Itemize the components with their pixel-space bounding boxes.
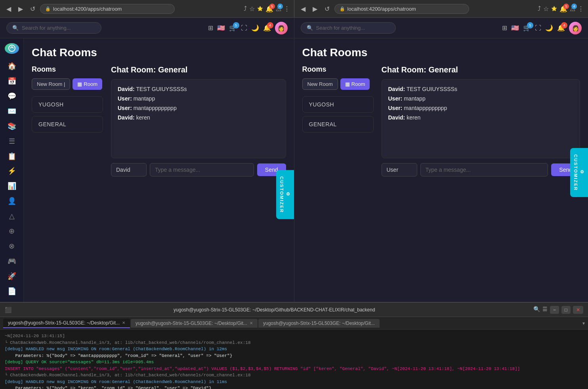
cart-badge-left: 5 [233, 22, 239, 28]
rooms-title-left: Rooms [32, 65, 103, 74]
avatar-right[interactable]: 👩 [569, 22, 582, 34]
alert-badge-1: 4 [277, 4, 283, 9]
url-1: localhost:4200/apps/chatroom [53, 6, 122, 12]
search-bar-left[interactable]: 🔍 Search for anything... [6, 22, 101, 34]
sidebar-item-game-left[interactable]: 🎮 [4, 255, 20, 267]
flag-icon-left[interactable]: 🇺🇸 [217, 24, 225, 32]
sidebar-item-analytics-left[interactable]: 📊 [4, 180, 20, 192]
grid-icon-left[interactable]: ⊞ [208, 24, 213, 32]
share-icon-2[interactable]: ⤴ [538, 5, 541, 12]
sidebar-item-calendar-left[interactable]: 📅 [4, 75, 20, 87]
app-content-right: Chat Rooms Rooms New Room ▦ Room [294, 38, 588, 302]
term-line-6: INSERT INTO "messages" ("content","room_… [5, 366, 583, 372]
sidebar-item-chat-left[interactable]: 💬 [4, 90, 20, 102]
terminal-tabs: yugosh@yugosh-Strix-15-GL503GE: ~/Deskto… [0, 317, 588, 330]
notif-icon-1[interactable]: 🔔5 [265, 5, 273, 13]
msg-2-left: User: mantapp [118, 95, 279, 102]
back-btn-1[interactable]: ◀ [4, 4, 13, 14]
message-input-right[interactable] [420, 163, 548, 176]
customizer-tab-right[interactable]: ⚙ CUSTOMIZER [570, 148, 588, 197]
sidebar-item-user-left[interactable]: 👤 [4, 195, 20, 207]
forward-btn-2[interactable]: ▶ [310, 4, 320, 14]
customizer-tab-left[interactable]: ⚙ CUSTOMIZER [276, 170, 294, 219]
menu-dots-1[interactable]: ⋮ [284, 5, 290, 13]
forward-btn-1[interactable]: ▶ [16, 4, 25, 14]
room-buttons-left: New Room | ▦ Room [32, 78, 103, 90]
share-icon-1[interactable]: ⤴ [244, 5, 247, 12]
address-bar-1[interactable]: 🔒 localhost:4200/apps/chatroom [40, 4, 175, 14]
term-line-1: ~N[2024-11-20 13:41:15] [5, 333, 583, 340]
cart-icon-right[interactable]: 🛒5 [523, 24, 531, 32]
grid-icon-right[interactable]: ⊞ [502, 24, 507, 32]
room-item-general-right[interactable]: GENERAL [302, 116, 374, 133]
reload-btn-1[interactable]: ↺ [28, 4, 38, 14]
sidebar-item-bolt-left[interactable]: ⚡ [4, 165, 20, 177]
svg-point-0 [9, 45, 15, 51]
terminal-search-btn[interactable]: 🔍 [533, 306, 540, 314]
terminal-tab-2[interactable]: yugosh@yugosh-Strix-15-GL503GE: ~/Deskto… [131, 319, 258, 328]
term-line-9: Parameters: %{"body" => "keren", "room_i… [5, 385, 583, 389]
terminal-tab-arrow[interactable]: ▾ [582, 321, 585, 326]
terminal-menu-btn[interactable]: ☰ [542, 306, 548, 314]
room-btn-right[interactable]: ▦ Room [340, 78, 370, 90]
terminal-title: yugosh@yugosh-Strix-15-GL503GE: ~/Deskto… [15, 307, 533, 313]
cart-icon-left[interactable]: 🛒5 [229, 24, 237, 32]
sender-input-right[interactable] [382, 163, 417, 176]
bookmark-icon-1[interactable]: ☆ [249, 5, 255, 13]
room-icon-right: ▦ [345, 81, 350, 87]
room-item-general-left[interactable]: GENERAL [32, 116, 103, 133]
room-icon-left: ▦ [77, 81, 82, 87]
flag-icon-right[interactable]: 🇺🇸 [511, 24, 519, 32]
sidebar-item-mail-left[interactable]: ✉️ [4, 105, 20, 117]
expand-icon-right[interactable]: ⛶ [535, 25, 541, 32]
sidebar-item-x-left[interactable]: ⊗ [4, 240, 20, 252]
messages-right: David: TEST GUIUYSSSSs User: mantapp Use… [382, 79, 580, 158]
avatar-left[interactable]: 👩 [275, 22, 288, 34]
expand-icon-left[interactable]: ⛶ [241, 25, 247, 32]
messages-left: David: TEST GUIUYSSSSs User: mantapp Use… [111, 79, 286, 158]
room-item-yugosh-right[interactable]: YUGOSH [302, 96, 374, 113]
ext-icon-1[interactable]: ⭐ [257, 6, 263, 11]
moon-icon-left[interactable]: 🌙 [251, 24, 259, 32]
sidebar-item-home-left[interactable]: 🏠 [4, 60, 20, 72]
message-input-left[interactable] [150, 163, 254, 176]
reload-btn-2[interactable]: ↺ [322, 4, 332, 14]
search-icon-right: 🔍 [307, 25, 313, 31]
sidebar-item-doc-left[interactable]: 📄 [4, 285, 20, 297]
bell-badge-right: 4 [561, 22, 567, 28]
new-room-btn-left[interactable]: New Room | [32, 78, 70, 90]
notif-badge-1: 5 [269, 4, 275, 9]
sidebar-item-triangle-left[interactable]: △ [4, 210, 20, 222]
terminal-tab-1[interactable]: yugosh@yugosh-Strix-15-GL503GE: ~/Deskto… [3, 319, 130, 328]
bookmark-icon-2[interactable]: ☆ [543, 5, 549, 13]
search-bar-right[interactable]: 🔍 Search for anything... [301, 22, 396, 34]
terminal-tab-1-close[interactable]: ✕ [122, 321, 125, 325]
alert-icon-2[interactable]: ⚠4 [570, 5, 575, 13]
ext-icon-2[interactable]: ⭐ [551, 6, 557, 11]
sidebar-item-list-left[interactable]: ☰ [4, 135, 20, 147]
address-bar-2[interactable]: 🔒 localhost:4200/apps/chatroom [334, 4, 469, 14]
room-btn-left[interactable]: ▦ Room [73, 78, 102, 90]
moon-icon-right[interactable]: 🌙 [545, 24, 553, 32]
terminal-minimize-btn[interactable]: − [550, 306, 559, 314]
sidebar-item-reports-left[interactable]: 📋 [4, 150, 20, 162]
alert-icon-1[interactable]: ⚠4 [276, 5, 281, 13]
back-btn-2[interactable]: ◀ [298, 4, 308, 14]
sidebar-item-plus-left[interactable]: ⊕ [4, 225, 20, 237]
notif-icon-2[interactable]: 🔔5 [559, 5, 567, 13]
sidebar-item-rocket-left[interactable]: 🚀 [4, 270, 20, 282]
new-room-btn-right[interactable]: New Room [302, 78, 338, 90]
sidebar-item-library-left[interactable]: 📚 [4, 120, 20, 132]
terminal-tab-3[interactable]: yugosh@yugosh-Strix-15-GL503GE: ~/Deskto… [258, 319, 380, 328]
msg-4-right: David: keren [388, 114, 574, 121]
terminal-tab-2-close[interactable]: ✕ [250, 321, 253, 325]
sender-input-left[interactable] [111, 163, 147, 176]
bell-icon-right[interactable]: 🔔4 [557, 24, 565, 32]
rooms-title-right: Rooms [302, 65, 374, 74]
menu-dots-2[interactable]: ⋮ [578, 5, 584, 13]
terminal-maximize-btn[interactable]: □ [561, 306, 571, 314]
terminal-close-btn[interactable]: ✕ [573, 306, 583, 314]
room-item-yugosh-left[interactable]: YUGOSH [32, 96, 103, 113]
terminal-tab-2-label: yugosh@yugosh-Strix-15-GL503GE: ~/Deskto… [136, 321, 247, 326]
bell-icon-left[interactable]: 🔔4 [263, 24, 271, 32]
